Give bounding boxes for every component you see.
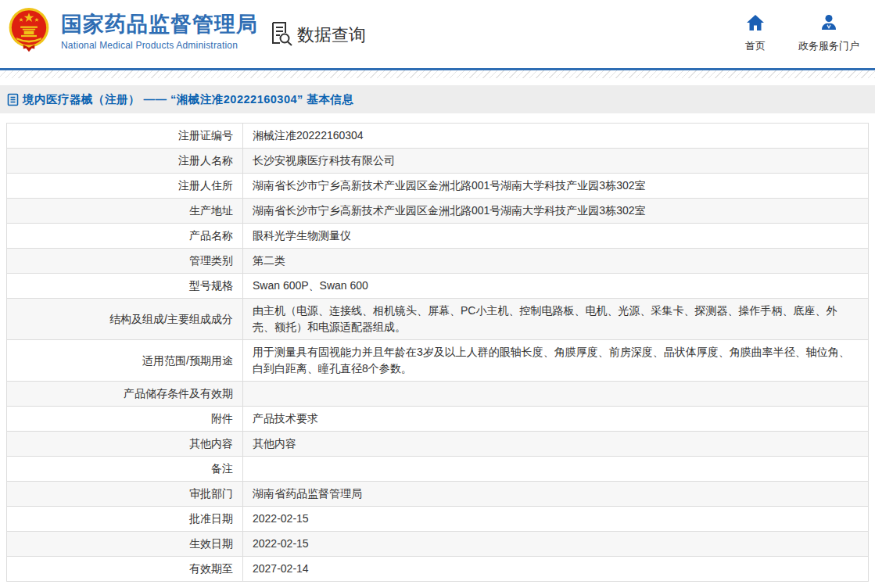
- nav-home-label: 首页: [745, 39, 766, 53]
- site-title-en: National Medical Products Administration: [61, 40, 258, 51]
- field-label: 结构及组成/主要组成成分: [7, 299, 243, 340]
- table-row: 结构及组成/主要组成成分由主机（电源、连接线、相机镜头、屏幕、PC小主机、控制电…: [7, 299, 869, 340]
- field-label: 适用范围/预期用途: [7, 340, 243, 382]
- home-icon: [746, 14, 765, 34]
- field-value: [243, 382, 869, 407]
- field-label: 备注: [7, 457, 243, 482]
- data-query-label: 数据查询: [297, 23, 366, 47]
- page-title: 境内医疗器械（注册） —— “湘械注准20222160304” 基本信息: [23, 92, 353, 107]
- nav-gov-portal[interactable]: 政务服务门户: [798, 14, 859, 53]
- field-label: 其他内容: [7, 432, 243, 457]
- table-row: 产品名称眼科光学生物测量仪: [7, 224, 869, 249]
- field-value: 湖南省长沙市宁乡高新技术产业园区金洲北路001号湖南大学科技产业园3栋302室: [243, 199, 869, 224]
- data-query-button[interactable]: 数据查询: [270, 20, 366, 50]
- field-label: 批准日期: [7, 507, 243, 532]
- field-label: 管理类别: [7, 249, 243, 274]
- field-value: 第二类: [243, 249, 869, 274]
- national-emblem-icon: [6, 6, 52, 55]
- field-label: 注册证编号: [7, 124, 243, 149]
- list-document-icon: [7, 93, 19, 106]
- field-value: 眼科光学生物测量仪: [243, 224, 869, 249]
- table-row: 产品储存条件及有效期: [7, 382, 869, 407]
- registration-info-table: 注册证编号湘械注准20222160304 注册人名称长沙安视康医疗科技有限公司 …: [6, 123, 869, 582]
- table-row: 有效期至2027-02-14: [7, 557, 869, 582]
- nav-home[interactable]: 首页: [745, 14, 766, 53]
- field-value: 由主机（电源、连接线、相机镜头、屏幕、PC小主机、控制电路板、电机、光源、采集卡…: [243, 299, 869, 340]
- table-row: 注册人名称长沙安视康医疗科技有限公司: [7, 149, 869, 174]
- table-row: 管理类别第二类: [7, 249, 869, 274]
- table-row: 其他内容其他内容: [7, 432, 869, 457]
- field-value: 长沙安视康医疗科技有限公司: [243, 149, 869, 174]
- table-row: 注册证编号湘械注准20222160304: [7, 124, 869, 149]
- person-icon: [819, 14, 838, 34]
- table-row: 批准日期2022-02-15: [7, 507, 869, 532]
- table-row: 生效日期2022-02-15: [7, 532, 869, 557]
- field-value: 用于测量具有固视能力并且年龄在3岁及以上人群的眼轴长度、角膜厚度、前房深度、晶状…: [243, 340, 869, 382]
- field-value: 湖南省长沙市宁乡高新技术产业园区金洲北路001号湖南大学科技产业园3栋302室: [243, 174, 869, 199]
- field-label: 产品储存条件及有效期: [7, 382, 243, 407]
- field-label: 生产地址: [7, 199, 243, 224]
- table-row: 附件产品技术要求: [7, 407, 869, 432]
- field-value: Swan 600P、Swan 600: [243, 274, 869, 299]
- table-row: 型号规格Swan 600P、Swan 600: [7, 274, 869, 299]
- field-label: 审批部门: [7, 482, 243, 507]
- field-value: 2027-02-14: [243, 557, 869, 582]
- field-label: 附件: [7, 407, 243, 432]
- table-row: 适用范围/预期用途用于测量具有固视能力并且年龄在3岁及以上人群的眼轴长度、角膜厚…: [7, 340, 869, 382]
- site-title-cn: 国家药品监督管理局: [61, 12, 258, 37]
- field-value: [243, 457, 869, 482]
- field-value: 2022-02-15: [243, 507, 869, 532]
- nav-gov-portal-label: 政务服务门户: [798, 39, 859, 53]
- field-value: 2022-02-15: [243, 532, 869, 557]
- field-value: 产品技术要求: [243, 407, 869, 432]
- field-value: 湘械注准20222160304: [243, 124, 869, 149]
- field-label: 注册人名称: [7, 149, 243, 174]
- document-search-icon: [270, 20, 293, 50]
- field-value: 其他内容: [243, 432, 869, 457]
- table-row: 生产地址湖南省长沙市宁乡高新技术产业园区金洲北路001号湖南大学科技产业园3栋3…: [7, 199, 869, 224]
- page-title-bar: 境内医疗器械（注册） —— “湘械注准20222160304” 基本信息: [0, 85, 875, 113]
- table-row: 备注: [7, 457, 869, 482]
- table-row: 审批部门湖南省药品监督管理局: [7, 482, 869, 507]
- table-row: 注册人住所湖南省长沙市宁乡高新技术产业园区金洲北路001号湖南大学科技产业园3栋…: [7, 174, 869, 199]
- site-header: 国家药品监督管理局 National Medical Products Admi…: [0, 0, 875, 70]
- field-label: 产品名称: [7, 224, 243, 249]
- field-label: 型号规格: [7, 274, 243, 299]
- field-label: 注册人住所: [7, 174, 243, 199]
- field-label: 有效期至: [7, 557, 243, 582]
- field-label: 生效日期: [7, 532, 243, 557]
- hatched-divider: [0, 70, 875, 78]
- top-nav: 首页 政务服务门户: [745, 14, 859, 53]
- field-value: 湖南省药品监督管理局: [243, 482, 869, 507]
- site-title-block: 国家药品监督管理局 National Medical Products Admi…: [61, 12, 258, 51]
